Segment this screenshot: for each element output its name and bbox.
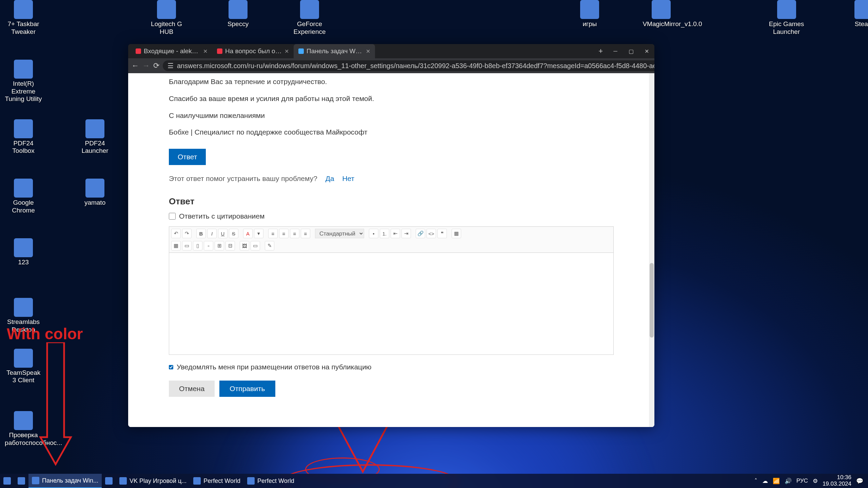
minimize-button[interactable]: ─ xyxy=(608,44,623,58)
tab-close-icon[interactable]: ✕ xyxy=(284,48,289,55)
tray-chevron-icon[interactable]: ˄ xyxy=(754,477,757,485)
desktop-icon[interactable]: PDF24 Launcher xyxy=(76,119,114,155)
forward-button[interactable]: → xyxy=(142,61,150,71)
rich-text-editor: ↶ ↷ B I U S A ▾ ≡ ≡ ≡ ≡ Стандартный xyxy=(169,226,614,355)
desktop-icon[interactable]: игры xyxy=(571,0,608,28)
cancel-button[interactable]: Отмена xyxy=(169,381,215,397)
taskbar-item[interactable]: VK Play Игровой ц... xyxy=(116,474,190,488)
browser-tab[interactable]: На вопрос был опубликован о✕ xyxy=(212,44,294,58)
app-icon xyxy=(14,119,33,138)
italic-icon[interactable]: I xyxy=(207,229,217,238)
number-list-icon[interactable]: 1. xyxy=(380,229,389,238)
icon-label: Steam xyxy=(845,20,868,28)
desktop-icon[interactable]: Steam xyxy=(845,0,868,28)
desktop-icon[interactable]: Intel(R) Extreme Tuning Utility xyxy=(5,60,42,103)
quote-icon[interactable]: ❝ xyxy=(437,229,447,238)
notify-checkbox-label[interactable]: Уведомлять меня при размещении ответов н… xyxy=(169,363,614,371)
desktop-icon[interactable]: 123 xyxy=(5,238,42,266)
wifi-icon[interactable]: 📶 xyxy=(773,477,780,485)
link-icon[interactable]: 🔗 xyxy=(416,229,425,238)
dropdown-icon[interactable]: ▾ xyxy=(254,229,263,238)
notify-checkbox[interactable] xyxy=(169,365,173,369)
table2-icon[interactable]: ▦ xyxy=(171,241,181,250)
language-indicator[interactable]: РУС xyxy=(796,477,808,484)
align-center-icon[interactable]: ≡ xyxy=(279,229,289,238)
browser-tab[interactable]: Панель задач Windows11 ста✕ xyxy=(294,44,375,58)
table-icon[interactable]: ▦ xyxy=(452,229,461,238)
cell-icon[interactable]: ▫ xyxy=(204,241,213,250)
desktop-icon[interactable]: yamato xyxy=(76,179,114,207)
align-right-icon[interactable]: ≡ xyxy=(290,229,299,238)
strike-icon[interactable]: S xyxy=(229,229,238,238)
desktop-icon[interactable]: TeamSpeak 3 Client xyxy=(5,349,42,385)
undo-icon[interactable]: ↶ xyxy=(171,229,181,238)
icon-label: Проверка работоспособнос... xyxy=(5,431,42,447)
align-left-icon[interactable]: ≡ xyxy=(268,229,278,238)
close-button[interactable]: ✕ xyxy=(639,44,654,58)
row-icon[interactable]: ▭ xyxy=(182,241,192,250)
tab-label: Входящие - aleksandr.asaulak xyxy=(144,47,200,55)
split-icon[interactable]: ⊟ xyxy=(225,241,235,250)
browser-tab[interactable]: Входящие - aleksandr.asaulak✕ xyxy=(131,44,212,58)
desktop-icon[interactable]: 7+ Taskbar Tweaker xyxy=(5,0,42,36)
taskbar-item[interactable]: Perfect World xyxy=(190,474,244,488)
bullet-list-icon[interactable]: • xyxy=(369,229,378,238)
redo-icon[interactable]: ↷ xyxy=(182,229,192,238)
taskbar-item[interactable] xyxy=(14,474,28,488)
quote-checkbox[interactable] xyxy=(169,213,176,220)
volume-icon[interactable]: 🔊 xyxy=(785,477,792,485)
taskbar-item[interactable] xyxy=(0,474,14,488)
desktop-icon[interactable]: GeForce Experience xyxy=(291,0,328,36)
bold-icon[interactable]: B xyxy=(196,229,206,238)
desktop-icon[interactable]: Speccy xyxy=(219,0,257,28)
desktop-icon[interactable]: Проверка работоспособнос... xyxy=(5,411,42,447)
indent-icon[interactable]: ⇥ xyxy=(401,229,411,238)
notifications-icon[interactable]: 💬 xyxy=(856,477,863,485)
submit-button[interactable]: Отправить xyxy=(219,381,275,397)
desktop-icon[interactable]: Epic Games Launcher xyxy=(768,0,805,36)
desktop-icon[interactable]: PDF24 Toolbox xyxy=(5,119,42,155)
outdent-icon[interactable]: ⇤ xyxy=(391,229,400,238)
message-line: С наилучшими пожеланиями xyxy=(169,107,614,124)
clock[interactable]: 10:36 19.03.2024 xyxy=(823,474,851,487)
editor-textarea[interactable] xyxy=(169,253,613,354)
page-content: Благодарим Вас за терпение и сотрудничес… xyxy=(128,73,654,427)
maximize-button[interactable]: ▢ xyxy=(623,44,639,58)
style-select[interactable]: Стандартный xyxy=(315,229,364,238)
scrollbar[interactable] xyxy=(649,73,654,427)
tab-close-icon[interactable]: ✕ xyxy=(203,48,208,55)
taskbar-item[interactable]: Панель задач Win... xyxy=(28,474,102,488)
app-icon xyxy=(85,119,104,138)
icon-label: игры xyxy=(571,20,608,28)
back-button[interactable]: ← xyxy=(132,61,139,71)
video-icon[interactable]: ▭ xyxy=(251,241,260,250)
helpful-yes[interactable]: Да xyxy=(326,175,334,182)
text-color-icon[interactable]: A xyxy=(243,229,253,238)
align-justify-icon[interactable]: ≡ xyxy=(301,229,310,238)
merge-icon[interactable]: ⊞ xyxy=(215,241,224,250)
taskbar-item[interactable] xyxy=(102,474,116,488)
app-icon xyxy=(300,0,319,19)
desktop-icon[interactable]: Logitech G HUB xyxy=(148,0,185,36)
new-tab-button[interactable]: + xyxy=(594,47,608,56)
col-icon[interactable]: ▯ xyxy=(193,241,202,250)
helpful-no[interactable]: Нет xyxy=(342,175,354,182)
desktop-icon[interactable]: Google Chrome xyxy=(5,179,42,215)
desktop-icon[interactable]: VMagicMirror_v1.0.0 xyxy=(643,0,680,28)
icon-label: PDF24 Toolbox xyxy=(5,140,42,155)
quote-checkbox-label[interactable]: Ответить с цитированием xyxy=(169,212,614,220)
cloud-icon[interactable]: ☁ xyxy=(762,477,768,485)
underline-icon[interactable]: U xyxy=(218,229,228,238)
url-field[interactable]: ☰ answers.microsoft.com/ru-ru/windows/fo… xyxy=(163,60,654,71)
reply-button[interactable]: Ответ xyxy=(169,149,206,165)
site-info-icon[interactable]: ☰ xyxy=(167,62,174,70)
settings-icon[interactable]: ⚙ xyxy=(813,477,818,485)
app-icon xyxy=(14,60,33,79)
reload-button[interactable]: ⟳ xyxy=(153,61,159,71)
image-icon[interactable]: 🖼 xyxy=(240,241,249,250)
taskbar-item[interactable]: Perfect World xyxy=(244,474,298,488)
icon-label: yamato xyxy=(76,199,114,207)
clear-icon[interactable]: ✎ xyxy=(265,241,274,250)
code-icon[interactable]: <> xyxy=(427,229,436,238)
tab-close-icon[interactable]: ✕ xyxy=(366,48,370,55)
